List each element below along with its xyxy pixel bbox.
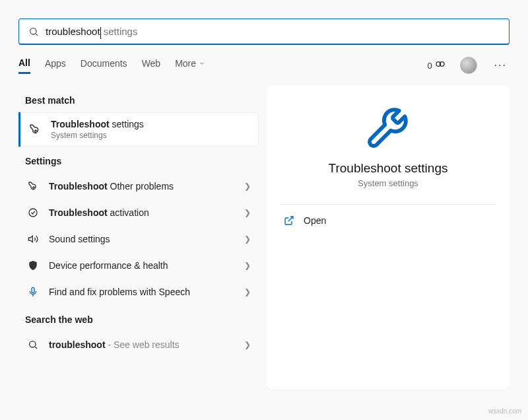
tab-all[interactable]: All [18, 57, 30, 74]
rewards-count: 0 [427, 61, 432, 71]
chevron-right-icon: ❯ [244, 182, 251, 191]
filter-tabs: All Apps Documents Web More 0 ··· [18, 57, 510, 74]
rewards-counter[interactable]: 0 [427, 60, 445, 71]
medal-icon [435, 60, 446, 71]
chevron-right-icon: ❯ [244, 208, 251, 217]
svg-marker-5 [28, 236, 32, 242]
result-label: Device performance & health [49, 260, 235, 271]
microphone-icon [26, 285, 40, 298]
open-label: Open [304, 215, 326, 226]
best-match-text: Troubleshoot settings System settings [51, 119, 251, 140]
result-label: Find and fix problems with Speech [49, 287, 235, 297]
results-column: Best match Troubleshoot settings System … [18, 86, 259, 390]
chevron-right-icon: ❯ [244, 340, 251, 349]
shield-icon [26, 259, 40, 272]
search-typed-text: troubleshoot [46, 26, 100, 37]
result-label: Sound settings [49, 234, 235, 244]
tab-documents[interactable]: Documents [81, 58, 127, 73]
search-input[interactable]: troubleshoot settings [46, 26, 137, 38]
settings-item-troubleshoot-activation[interactable]: Troubleshoot activation ❯ [18, 199, 259, 226]
result-label: troubleshoot - See web results [49, 339, 235, 350]
svg-rect-6 [32, 287, 34, 293]
open-action[interactable]: Open [267, 205, 510, 236]
user-avatar[interactable] [460, 57, 477, 74]
web-result[interactable]: troubleshoot - See web results ❯ [18, 332, 259, 358]
settings-item-sound[interactable]: Sound settings ❯ [18, 226, 259, 252]
settings-item-troubleshoot-other[interactable]: Troubleshoot Other problems ❯ [18, 173, 259, 199]
more-options-button[interactable]: ··· [492, 59, 510, 71]
svg-point-4 [29, 209, 37, 217]
result-label: Troubleshoot Other problems [49, 181, 235, 192]
search-icon [28, 26, 39, 37]
watermark: wsxdn.com [488, 407, 521, 415]
speaker-icon [26, 232, 40, 246]
search-bar[interactable]: troubleshoot settings [18, 18, 510, 45]
chevron-right-icon: ❯ [244, 261, 251, 270]
section-best-match: Best match [25, 95, 259, 106]
svg-point-8 [30, 341, 36, 347]
preview-pane: Troubleshoot settings System settings Op… [267, 86, 510, 390]
svg-line-9 [35, 347, 37, 349]
preview-title: Troubleshoot settings [267, 161, 510, 176]
tab-web[interactable]: Web [142, 58, 161, 73]
chevron-right-icon: ❯ [244, 234, 251, 244]
wrench-icon [26, 180, 40, 193]
svg-line-1 [36, 34, 38, 36]
settings-item-speech[interactable]: Find and fix problems with Speech ❯ [18, 279, 259, 305]
best-match-result[interactable]: Troubleshoot settings System settings [18, 112, 259, 147]
svg-line-10 [288, 217, 293, 221]
check-circle-icon [26, 206, 40, 219]
svg-point-0 [30, 28, 36, 34]
search-icon [26, 338, 40, 351]
wrench-icon [28, 123, 42, 136]
result-label: Troubleshoot activation [49, 207, 235, 218]
tab-more[interactable]: More [175, 58, 205, 73]
section-search-web: Search the web [25, 314, 259, 325]
chevron-right-icon: ❯ [244, 287, 251, 297]
tab-apps[interactable]: Apps [45, 58, 66, 73]
open-external-icon [284, 215, 294, 226]
search-autocomplete-text: settings [101, 26, 138, 37]
section-settings: Settings [25, 156, 259, 166]
chevron-down-icon [199, 60, 205, 67]
preview-subtitle: System settings [267, 178, 510, 188]
tab-more-label: More [175, 58, 196, 69]
preview-wrench-icon [267, 104, 510, 151]
settings-item-device-health[interactable]: Device performance & health ❯ [18, 252, 259, 279]
